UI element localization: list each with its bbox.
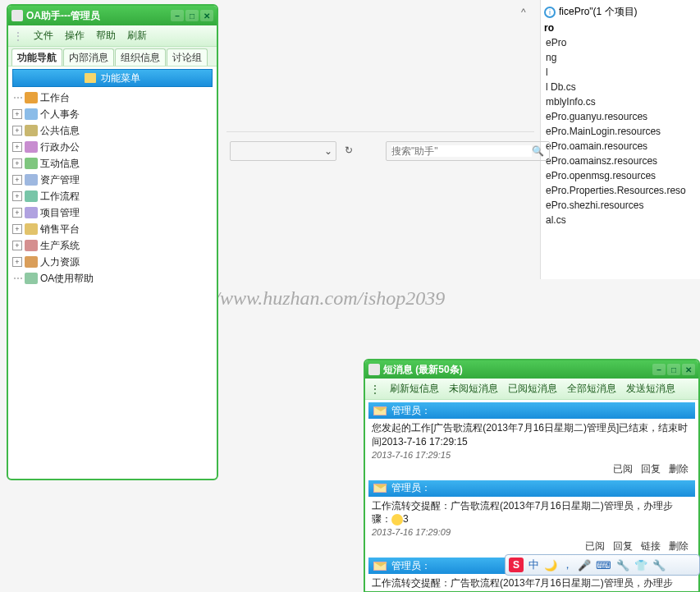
tab-nav[interactable]: 功能导航 <box>11 48 62 66</box>
expander-icon[interactable]: + <box>12 208 22 218</box>
menu-operate[interactable]: 操作 <box>65 29 85 43</box>
msg-timestamp: 2013-7-16 17:29:15 <box>365 450 698 461</box>
tab-discuss[interactable]: 讨论组 <box>167 48 208 66</box>
msg-body-text: 工作流转交提醒：广告歌流程(2013年7月16日星期二)管理员，办理步骤：3 <box>365 497 698 528</box>
tab-org-info[interactable]: 组织信息 <box>115 48 166 66</box>
msg-action-link[interactable]: 删除 <box>669 463 689 475</box>
reload-icon[interactable]: ↻ <box>345 145 358 158</box>
msg-action-link[interactable]: 已阅 <box>613 463 633 475</box>
ime-punct[interactable]: ， <box>562 558 573 572</box>
msg-action-link[interactable]: 回复 <box>613 540 633 552</box>
ide-file-item[interactable]: l <box>541 65 700 80</box>
menu-refresh[interactable]: 刷新 <box>127 29 147 43</box>
ide-file-item[interactable]: ePro.oamain.resources <box>541 139 700 154</box>
msg-action-link[interactable]: 回复 <box>641 463 661 475</box>
ide-file-item[interactable]: ePro.shezhi.resources <box>541 198 700 213</box>
oa-assistant-window: OA助手---管理员 – □ ✕ ⋮ 文件 操作 帮助 刷新 功能导航 内部消息… <box>7 4 218 480</box>
expander-icon[interactable]: + <box>12 175 22 185</box>
msg-body-text: 工作流转交提醒：广告歌流程(2013年7月16日星期二)管理员，办理步 <box>365 574 698 590</box>
close-button[interactable]: ✕ <box>200 10 213 21</box>
ide-solution-panel: i ficePro"(1 个项目) ro eProngll Db.csmblyI… <box>540 0 700 279</box>
maximize-button[interactable]: □ <box>667 364 680 375</box>
expander-icon[interactable]: + <box>12 257 22 267</box>
ide-file-item[interactable]: ePro <box>541 35 700 50</box>
maximize-button[interactable]: □ <box>185 10 199 21</box>
tree-node[interactable]: +生产系统 <box>12 237 213 254</box>
msg-titlebar[interactable]: 短消息 (最新50条) – □ ✕ <box>365 360 698 379</box>
menu-help[interactable]: 帮助 <box>96 29 116 43</box>
tree-header[interactable]: 功能菜单 <box>12 69 213 87</box>
msg-title-text: 短消息 (最新50条) <box>383 363 463 377</box>
tree-node-label: 销售平台 <box>40 223 80 236</box>
tree-node[interactable]: +个人事务 <box>12 106 213 122</box>
filter-dropdown[interactable]: ⌄ <box>230 141 336 161</box>
ime-tool-icon[interactable]: 🔧 <box>616 559 629 571</box>
expander-icon[interactable]: + <box>12 109 22 119</box>
tree-node-icon <box>25 223 38 235</box>
search-input[interactable] <box>391 145 532 157</box>
tree-node[interactable]: +销售平台 <box>12 221 213 237</box>
ime-lang[interactable]: 中 <box>528 558 539 572</box>
msg-item-header[interactable]: 管理员： <box>368 402 695 419</box>
expander-icon[interactable]: + <box>12 158 22 168</box>
menu-send-msg[interactable]: 发送短消息 <box>626 382 675 396</box>
ime-logo-icon[interactable]: S <box>509 558 524 572</box>
tree-node-label: 个人事务 <box>40 108 80 122</box>
msg-item-header[interactable]: 管理员： <box>368 480 695 497</box>
tree-node[interactable]: +资产管理 <box>12 172 213 188</box>
tree-node[interactable]: ⋯工作台 <box>12 89 213 106</box>
search-box[interactable]: 🔍 <box>386 141 550 161</box>
menu-file[interactable]: 文件 <box>34 29 53 43</box>
tree-node[interactable]: +公共信息 <box>12 122 213 139</box>
tree-node-label: 生产系统 <box>40 239 80 253</box>
expander-icon[interactable]: + <box>12 126 22 135</box>
expander-icon[interactable]: + <box>12 224 22 234</box>
ide-project-name[interactable]: ro <box>541 21 700 35</box>
tree-leaf-dots: ⋯ <box>12 92 24 103</box>
expander-icon[interactable]: + <box>12 142 22 152</box>
tree-node[interactable]: +项目管理 <box>12 204 213 221</box>
menu-all-msg[interactable]: 全部短消息 <box>567 382 616 396</box>
menu-refresh-msg[interactable]: 刷新短信息 <box>390 382 439 396</box>
tree-node[interactable]: +工作流程 <box>12 188 213 204</box>
ide-file-item[interactable]: ePro.guanyu.resources <box>541 109 700 124</box>
chevron-up-icon[interactable]: ^ <box>521 7 533 18</box>
expander-icon[interactable]: + <box>12 241 22 250</box>
ime-keyboard-icon[interactable]: ⌨ <box>596 559 611 571</box>
tree-node-label: 互动信息 <box>40 157 80 171</box>
close-button[interactable]: ✕ <box>682 364 695 375</box>
emoji-icon <box>391 514 403 525</box>
ime-wrench-icon[interactable]: 🔧 <box>652 559 666 571</box>
expander-icon[interactable]: + <box>12 191 22 201</box>
msg-action-link[interactable]: 已阅 <box>585 540 605 552</box>
menu-read-msg[interactable]: 已阅短消息 <box>508 382 557 396</box>
tree-node[interactable]: +人力资源 <box>12 254 213 270</box>
msg-action-link[interactable]: 链接 <box>641 540 661 552</box>
search-icon[interactable]: 🔍 <box>532 145 544 157</box>
minimize-button[interactable]: – <box>171 10 184 21</box>
tab-internal-msg[interactable]: 内部消息 <box>63 48 114 66</box>
ide-file-item[interactable]: mblyInfo.cs <box>541 94 700 109</box>
ide-file-item[interactable]: l Db.cs <box>541 80 700 94</box>
ime-skin-icon[interactable]: 👕 <box>634 559 647 571</box>
oa-tabs: 功能导航 内部消息 组织信息 讨论组 <box>8 47 217 67</box>
ide-file-item[interactable]: ePro.MainLogin.resources <box>541 124 700 139</box>
tree-node-label: 人力资源 <box>40 255 80 269</box>
ide-file-item[interactable]: ng <box>541 50 700 65</box>
minimize-button[interactable]: – <box>652 364 666 375</box>
msg-app-icon <box>368 364 380 375</box>
msg-action-link[interactable]: 删除 <box>669 540 689 552</box>
ide-file-item[interactable]: ePro.Properties.Resources.reso <box>541 183 700 198</box>
ide-file-item[interactable]: al.cs <box>541 213 700 227</box>
oa-titlebar[interactable]: OA助手---管理员 – □ ✕ <box>8 6 217 25</box>
menu-unread-msg[interactable]: 未阅短消息 <box>449 382 498 396</box>
ime-mic-icon[interactable]: 🎤 <box>578 559 591 571</box>
ime-moon-icon[interactable]: 🌙 <box>544 559 557 571</box>
ide-file-item[interactable]: ePro.oamainsz.resources <box>541 154 700 168</box>
tree-node[interactable]: +行政办公 <box>12 139 213 155</box>
tree-node[interactable]: +互动信息 <box>12 155 213 172</box>
ide-file-item[interactable]: ePro.openmsg.resources <box>541 168 700 183</box>
ime-toolbar[interactable]: S 中 🌙 ， 🎤 ⌨ 🔧 👕 🔧 <box>505 554 700 576</box>
tree-node-label: 工作流程 <box>40 190 80 204</box>
tree-node[interactable]: ⋯OA使用帮助 <box>12 270 213 287</box>
